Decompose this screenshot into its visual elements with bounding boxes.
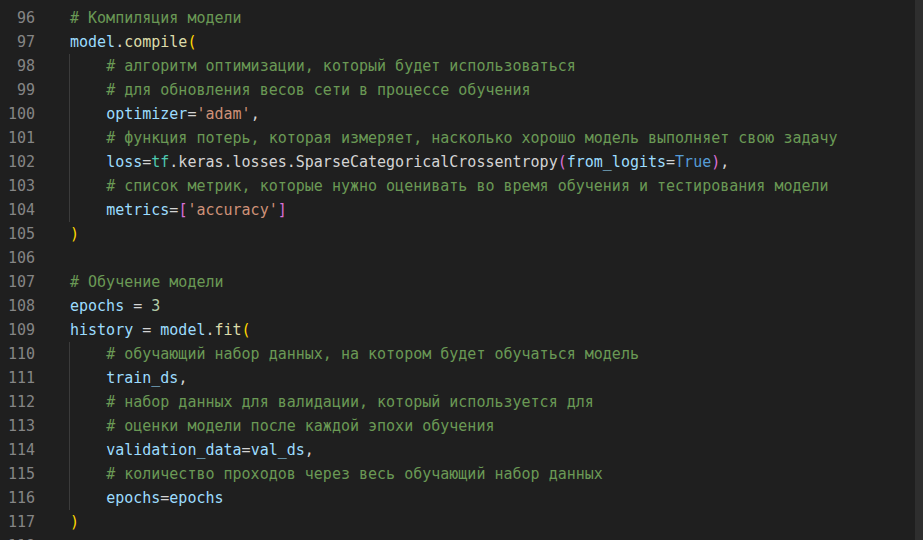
line-number: 113 xyxy=(0,414,35,438)
line-number: 116 xyxy=(0,486,35,510)
code-line[interactable]: 106 xyxy=(0,246,923,270)
code-text: train_ds, xyxy=(70,366,187,390)
line-number: 104 xyxy=(0,198,35,222)
code-token-comment: # Обучение модели xyxy=(70,273,224,291)
code-text: epochs = 3 xyxy=(70,294,160,318)
code-text: # Обучение модели xyxy=(70,270,224,294)
code-token-variable: train_ds xyxy=(106,369,178,387)
code-text: # оценки модели после каждой эпохи обуче… xyxy=(70,414,494,438)
code-line[interactable]: 97model.compile( xyxy=(0,30,923,54)
code-token-comment: # список метрик, которые нужно оценивать… xyxy=(106,177,828,195)
code-text: # набор данных для валидации, который ис… xyxy=(70,390,594,414)
code-line[interactable]: 109history = model.fit( xyxy=(0,318,923,342)
code-text: metrics=['accuracy'] xyxy=(70,198,287,222)
code-token-variable: loss xyxy=(106,153,142,171)
code-token-bracket_level2: ( xyxy=(558,153,567,171)
code-line[interactable]: 118 xyxy=(0,534,923,540)
code-line[interactable]: 100 optimizer='adam', xyxy=(0,102,923,126)
line-number: 118 xyxy=(0,534,35,540)
line-number: 107 xyxy=(0,270,35,294)
code-token-variable: validation_data xyxy=(106,441,241,459)
line-number: 105 xyxy=(0,222,35,246)
line-number: 103 xyxy=(0,174,35,198)
code-line[interactable]: 102 loss=tf.keras.losses.SparseCategoric… xyxy=(0,150,923,174)
code-editor[interactable]: 96# Компиляция модели97model.compile(98 … xyxy=(0,0,923,540)
line-number: 98 xyxy=(0,54,35,78)
line-number: 99 xyxy=(0,78,35,102)
code-token-punctuation: = xyxy=(160,489,169,507)
code-line[interactable]: 113 # оценки модели после каждой эпохи о… xyxy=(0,414,923,438)
code-token-variable: optimizer xyxy=(106,105,187,123)
line-number: 106 xyxy=(0,246,35,270)
code-line[interactable]: 114 validation_data=val_ds, xyxy=(0,438,923,462)
code-text: validation_data=val_ds, xyxy=(70,438,314,462)
code-text: history = model.fit( xyxy=(70,318,251,342)
code-token-string: 'adam' xyxy=(196,105,250,123)
code-line[interactable]: 112 # набор данных для валидации, которы… xyxy=(0,390,923,414)
code-line[interactable]: 103 # список метрик, которые нужно оцени… xyxy=(0,174,923,198)
code-token-punctuation: .keras.losses.SparseCategoricalCrossentr… xyxy=(169,153,557,171)
line-number: 111 xyxy=(0,366,35,390)
code-line[interactable]: 110 # обучающий набор данных, на котором… xyxy=(0,342,923,366)
line-number: 109 xyxy=(0,318,35,342)
code-token-comment: # для обновления весов сети в процессе о… xyxy=(106,81,530,99)
code-token-bracket_level2: ) xyxy=(711,153,720,171)
code-line[interactable]: 108epochs = 3 xyxy=(0,294,923,318)
line-number: 110 xyxy=(0,342,35,366)
code-token-comment: # количество проходов через весь обучающ… xyxy=(106,465,603,483)
line-number: 102 xyxy=(0,150,35,174)
code-token-variable: epochs xyxy=(106,489,160,507)
code-token-comment: # функция потерь, которая измеряет, наск… xyxy=(106,129,838,147)
code-line[interactable]: 99 # для обновления весов сети в процесс… xyxy=(0,78,923,102)
vertical-scrollbar[interactable] xyxy=(915,0,923,540)
code-line[interactable]: 98 # алгоритм оптимизации, который будет… xyxy=(0,54,923,78)
code-text: # количество проходов через весь обучающ… xyxy=(70,462,603,486)
line-number: 96 xyxy=(0,6,35,30)
code-lines-container: 96# Компиляция модели97model.compile(98 … xyxy=(0,6,923,540)
code-token-variable: val_ds xyxy=(251,441,305,459)
code-line[interactable]: 117) xyxy=(0,510,923,534)
code-token-number: 3 xyxy=(151,297,160,315)
code-token-punctuation: = xyxy=(666,153,675,171)
code-line[interactable]: 116 epochs=epochs xyxy=(0,486,923,510)
code-line[interactable]: 101 # функция потерь, которая измеряет, … xyxy=(0,126,923,150)
code-text: # для обновления весов сети в процессе о… xyxy=(70,78,531,102)
code-token-function: fit xyxy=(215,321,242,339)
code-token-class_name: tf xyxy=(151,153,169,171)
code-token-variable: epochs xyxy=(169,489,223,507)
code-token-punctuation: , xyxy=(720,153,729,171)
code-line[interactable]: 107# Обучение модели xyxy=(0,270,923,294)
code-token-comment: # обучающий набор данных, на котором буд… xyxy=(106,345,639,363)
code-text: model.compile( xyxy=(70,30,196,54)
line-number: 115 xyxy=(0,462,35,486)
code-token-comment: # Компиляция модели xyxy=(70,9,242,27)
code-token-bracket_level2: ] xyxy=(278,201,287,219)
code-token-string: 'accuracy' xyxy=(187,201,277,219)
code-text: # список метрик, которые нужно оценивать… xyxy=(70,174,829,198)
code-text: loss=tf.keras.losses.SparseCategoricalCr… xyxy=(70,150,729,174)
code-token-punctuation: = xyxy=(133,321,160,339)
code-token-comment: # набор данных для валидации, который ис… xyxy=(106,393,594,411)
code-text: # функция потерь, которая измеряет, наск… xyxy=(70,126,838,150)
line-number: 100 xyxy=(0,102,35,126)
code-line[interactable]: 115 # количество проходов через весь обу… xyxy=(0,462,923,486)
code-text: # Компиляция модели xyxy=(70,6,242,30)
line-number: 117 xyxy=(0,510,35,534)
code-line[interactable]: 104 metrics=['accuracy'] xyxy=(0,198,923,222)
code-line[interactable]: 111 train_ds, xyxy=(0,366,923,390)
code-token-punctuation: . xyxy=(205,321,214,339)
code-token-keyword: True xyxy=(675,153,711,171)
code-token-punctuation: = xyxy=(124,297,151,315)
code-token-punctuation: = xyxy=(142,153,151,171)
code-line[interactable]: 105) xyxy=(0,222,923,246)
code-token-variable: model xyxy=(160,321,205,339)
line-number: 114 xyxy=(0,438,35,462)
code-token-punctuation: . xyxy=(115,33,124,51)
code-token-variable: from_logits xyxy=(567,153,666,171)
line-number: 97 xyxy=(0,30,35,54)
code-text: epochs=epochs xyxy=(70,486,224,510)
code-line[interactable]: 96# Компиляция модели xyxy=(0,6,923,30)
code-token-function: compile xyxy=(124,33,187,51)
code-token-variable: history xyxy=(70,321,133,339)
line-number: 112 xyxy=(0,390,35,414)
